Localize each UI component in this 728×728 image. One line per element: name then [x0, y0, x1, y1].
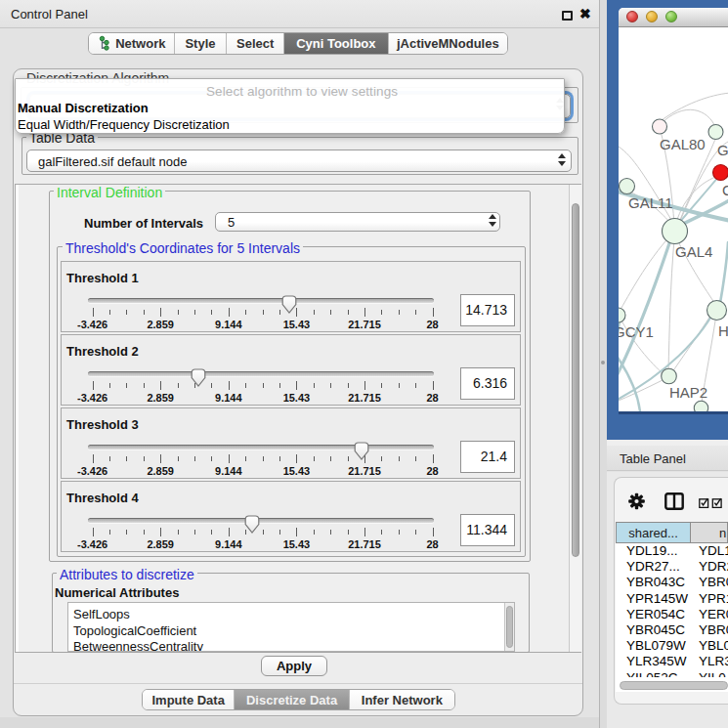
svg-text:HAP2: HAP2 [669, 384, 707, 401]
svg-text:GA: GA [717, 142, 728, 158]
svg-text:GCY1: GCY1 [619, 323, 654, 340]
svg-text:GAL4: GAL4 [675, 243, 712, 260]
svg-text:C: C [722, 182, 728, 198]
svg-text:H: H [718, 322, 728, 339]
svg-text:GAL80: GAL80 [660, 136, 706, 152]
svg-text:GAL11: GAL11 [628, 194, 673, 211]
